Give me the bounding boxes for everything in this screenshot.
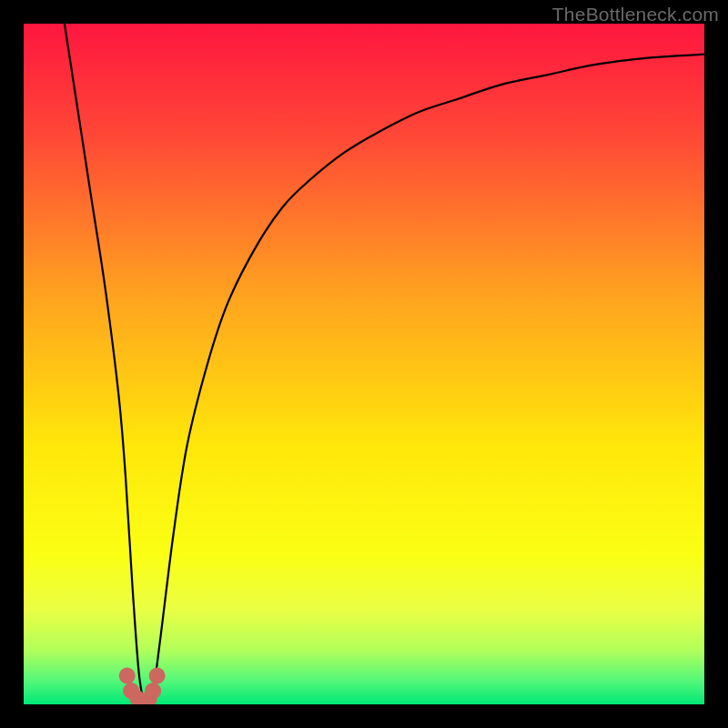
marker-dot: [149, 668, 166, 684]
marker-dot: [119, 668, 136, 684]
plot-area: [24, 24, 704, 704]
chart-svg: [24, 24, 704, 704]
chart-frame: TheBottleneck.com: [0, 0, 728, 728]
watermark-text: TheBottleneck.com: [552, 4, 719, 25]
marker-dot: [145, 682, 161, 699]
gradient-background: [24, 24, 704, 704]
